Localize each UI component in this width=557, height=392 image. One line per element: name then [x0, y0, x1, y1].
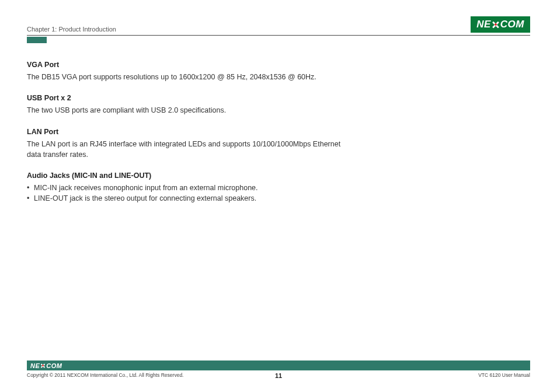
section-lan: LAN Port The LAN port is an RJ45 interfa…: [27, 127, 342, 160]
section-body: The DB15 VGA port supports resolutions u…: [27, 72, 342, 82]
section-vga: VGA Port The DB15 VGA port supports reso…: [27, 60, 342, 82]
section-usb: USB Port x 2 The two USB ports are compl…: [27, 93, 342, 116]
section-tab-marker: [27, 37, 47, 43]
audio-bullet-list: MIC-IN jack receives monophonic input fr…: [27, 183, 342, 204]
page-footer: NE COM Copyright © 2011 NEXCOM Internati…: [27, 360, 530, 378]
header-rule: [27, 35, 530, 36]
brand-left: NE: [476, 19, 491, 30]
square-icon: [524, 365, 530, 370]
logo-x-icon: [40, 363, 46, 368]
section-title: VGA Port: [27, 60, 342, 70]
list-item: MIC-IN jack receives monophonic input fr…: [27, 183, 342, 193]
document-title: VTC 6120 User Manual: [478, 372, 530, 378]
section-audio: Audio Jacks (MIC-IN and LINE-OUT) MIC-IN…: [27, 170, 342, 204]
main-content: VGA Port The DB15 VGA port supports reso…: [27, 60, 342, 204]
brand-left: NE: [30, 362, 40, 369]
brand-right: COM: [500, 19, 524, 30]
square-icon: [519, 360, 523, 365]
brand-logo-top: NE COM: [471, 16, 530, 33]
section-title: Audio Jacks (MIC-IN and LINE-OUT): [27, 170, 342, 181]
brand-right: COM: [46, 362, 62, 369]
section-body: The two USB ports are compliant with USB…: [27, 105, 342, 116]
chapter-label: Chapter 1: Product Introduction: [27, 26, 116, 33]
section-title: USB Port x 2: [27, 93, 342, 103]
list-item: LINE-OUT jack is the stereo output for c…: [27, 193, 342, 204]
section-body: The LAN port is an RJ45 interface with i…: [27, 139, 342, 160]
footer-decoration: [519, 360, 530, 370]
logo-x-icon: [492, 20, 500, 29]
brand-logo-footer: NE COM: [30, 362, 62, 369]
section-title: LAN Port: [27, 127, 342, 137]
copyright-text: Copyright © 2011 NEXCOM International Co…: [27, 372, 183, 378]
footer-bar: NE COM: [27, 360, 530, 370]
page-number: 11: [275, 372, 282, 379]
